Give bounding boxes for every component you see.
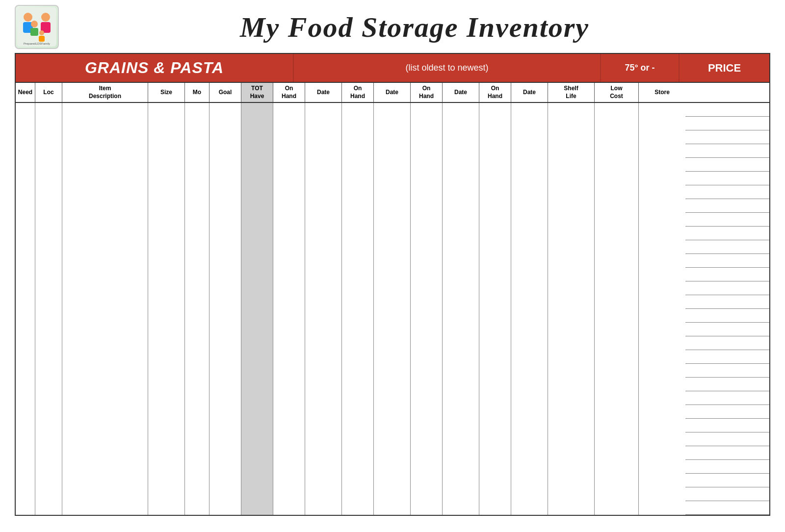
- table-cell[interactable]: [479, 254, 511, 268]
- table-cell[interactable]: [185, 213, 209, 227]
- table-cell[interactable]: [342, 474, 374, 487]
- table-cell[interactable]: [62, 364, 148, 378]
- table-cell[interactable]: [273, 391, 305, 405]
- table-cell[interactable]: [241, 295, 273, 309]
- table-cell[interactable]: [209, 227, 241, 240]
- table-cell[interactable]: [185, 460, 209, 474]
- table-row[interactable]: [16, 323, 769, 336]
- table-row[interactable]: [16, 185, 769, 199]
- table-cell[interactable]: [148, 240, 185, 254]
- table-cell[interactable]: [62, 419, 148, 432]
- table-cell[interactable]: [209, 460, 241, 474]
- table-cell[interactable]: [479, 172, 511, 185]
- table-cell[interactable]: [411, 172, 443, 185]
- table-cell[interactable]: [411, 117, 443, 130]
- table-cell[interactable]: [209, 295, 241, 309]
- table-cell[interactable]: [411, 364, 443, 378]
- table-cell[interactable]: [185, 474, 209, 487]
- table-cell[interactable]: [62, 213, 148, 227]
- table-cell[interactable]: [305, 378, 342, 391]
- table-cell[interactable]: [35, 254, 62, 268]
- table-cell[interactable]: [305, 405, 342, 419]
- table-cell[interactable]: [305, 432, 342, 446]
- table-cell[interactable]: [511, 158, 548, 172]
- table-cell[interactable]: [16, 446, 35, 460]
- table-cell[interactable]: [374, 405, 411, 419]
- table-cell[interactable]: [639, 268, 685, 281]
- table-cell[interactable]: [209, 144, 241, 158]
- table-row[interactable]: [16, 295, 769, 309]
- table-cell[interactable]: [639, 103, 685, 117]
- table-cell[interactable]: [273, 254, 305, 268]
- table-cell[interactable]: [62, 405, 148, 419]
- table-cell[interactable]: [342, 254, 374, 268]
- table-cell[interactable]: [148, 268, 185, 281]
- table-cell[interactable]: [342, 378, 374, 391]
- table-cell[interactable]: [35, 213, 62, 227]
- table-cell[interactable]: [443, 474, 479, 487]
- table-cell[interactable]: [548, 419, 595, 432]
- table-cell[interactable]: [16, 185, 35, 199]
- table-row[interactable]: [16, 158, 769, 172]
- table-cell[interactable]: [148, 419, 185, 432]
- table-cell[interactable]: [443, 350, 479, 364]
- table-cell[interactable]: [411, 446, 443, 460]
- table-cell[interactable]: [595, 446, 639, 460]
- table-cell[interactable]: [35, 323, 62, 336]
- table-row[interactable]: [16, 117, 769, 130]
- table-cell[interactable]: [62, 501, 148, 515]
- table-cell[interactable]: [62, 350, 148, 364]
- table-cell[interactable]: [185, 364, 209, 378]
- table-cell[interactable]: [548, 295, 595, 309]
- table-cell[interactable]: [411, 474, 443, 487]
- table-cell[interactable]: [443, 199, 479, 213]
- table-cell[interactable]: [273, 117, 305, 130]
- table-cell[interactable]: [443, 336, 479, 350]
- table-cell[interactable]: [443, 364, 479, 378]
- table-cell[interactable]: [411, 391, 443, 405]
- table-cell[interactable]: [209, 364, 241, 378]
- table-cell[interactable]: [35, 240, 62, 254]
- table-cell[interactable]: [273, 213, 305, 227]
- table-cell[interactable]: [305, 295, 342, 309]
- table-cell[interactable]: [62, 199, 148, 213]
- table-cell[interactable]: [639, 213, 685, 227]
- table-cell[interactable]: [639, 240, 685, 254]
- table-cell[interactable]: [35, 117, 62, 130]
- table-cell[interactable]: [342, 227, 374, 240]
- table-cell[interactable]: [209, 199, 241, 213]
- table-cell[interactable]: [374, 432, 411, 446]
- table-cell[interactable]: [374, 130, 411, 144]
- table-cell[interactable]: [548, 309, 595, 323]
- table-cell[interactable]: [209, 336, 241, 350]
- table-cell[interactable]: [35, 130, 62, 144]
- table-cell[interactable]: [548, 254, 595, 268]
- table-cell[interactable]: [595, 103, 639, 117]
- table-cell[interactable]: [273, 295, 305, 309]
- table-cell[interactable]: [374, 103, 411, 117]
- table-cell[interactable]: [241, 487, 273, 501]
- table-cell[interactable]: [273, 350, 305, 364]
- table-cell[interactable]: [148, 378, 185, 391]
- table-cell[interactable]: [374, 364, 411, 378]
- table-cell[interactable]: [443, 213, 479, 227]
- table-cell[interactable]: [305, 474, 342, 487]
- table-cell[interactable]: [16, 281, 35, 295]
- table-cell[interactable]: [241, 501, 273, 515]
- table-cell[interactable]: [479, 323, 511, 336]
- table-cell[interactable]: [639, 185, 685, 199]
- table-cell[interactable]: [62, 487, 148, 501]
- table-cell[interactable]: [148, 103, 185, 117]
- table-cell[interactable]: [511, 240, 548, 254]
- table-cell[interactable]: [595, 336, 639, 350]
- table-cell[interactable]: [479, 350, 511, 364]
- table-cell[interactable]: [241, 364, 273, 378]
- table-cell[interactable]: [595, 432, 639, 446]
- table-cell[interactable]: [148, 227, 185, 240]
- table-cell[interactable]: [185, 446, 209, 460]
- table-cell[interactable]: [148, 213, 185, 227]
- table-cell[interactable]: [639, 227, 685, 240]
- table-cell[interactable]: [16, 364, 35, 378]
- table-cell[interactable]: [479, 144, 511, 158]
- table-cell[interactable]: [479, 474, 511, 487]
